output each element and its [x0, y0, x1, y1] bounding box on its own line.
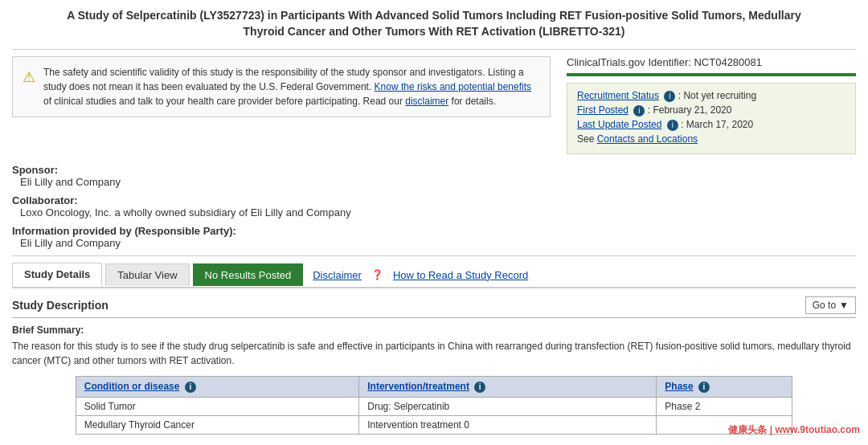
goto-label: Go to — [813, 300, 836, 311]
condition-cell-0: Solid Tumor — [76, 398, 358, 416]
chevron-down-icon: ▼ — [839, 300, 849, 311]
phase-cell-0: Phase 2 — [657, 398, 792, 416]
intervention-header: Intervention/treatment i — [359, 377, 657, 398]
intervention-info-icon[interactable]: i — [474, 382, 485, 393]
recruitment-status-link[interactable]: Recruitment Status — [577, 90, 659, 101]
phase-header: Phase i — [657, 377, 792, 398]
intervention-cell-1: Intervention treatment 0 — [359, 416, 657, 435]
table-row: Medullary Thyroid Cancer Intervention tr… — [76, 416, 792, 435]
identifier-title: ClinicalTrials.gov Identifier: NCT042800… — [567, 56, 856, 68]
tab-how-to-read[interactable]: How to Read a Study Record — [387, 264, 534, 286]
collaborator-value: Loxo Oncology, Inc. a wholly owned subsi… — [20, 206, 856, 218]
tab-tabular-view[interactable]: Tabular View — [105, 263, 189, 286]
warning-icon: ⚠ — [23, 67, 35, 88]
first-posted-link[interactable]: First Posted — [577, 104, 628, 116]
sponsor-section: Sponsor: Eli Lilly and Company — [12, 164, 856, 188]
warning-box: ⚠ The safety and scientific validity of … — [12, 56, 551, 117]
phase-header-link[interactable]: Phase — [665, 381, 693, 392]
status-box: Recruitment Status i : Not yet recruitin… — [567, 83, 856, 154]
tab-study-details[interactable]: Study Details — [12, 263, 102, 287]
contacts-row: See Contacts and Locations — [577, 133, 845, 145]
first-posted-row: First Posted i : February 21, 2020 — [577, 104, 845, 116]
tab-no-results[interactable]: No Results Posted — [193, 263, 304, 286]
section-title: Study Description — [12, 299, 108, 312]
tabs-row: Study Details Tabular View No Results Po… — [12, 263, 856, 288]
condition-table: Condition or disease i Intervention/trea… — [76, 376, 793, 435]
sponsor-value: Eli Lilly and Company — [20, 176, 856, 188]
brief-summary-text: The reason for this study is to see if t… — [12, 339, 856, 368]
responsible-party-label: Information provided by (Responsible Par… — [12, 225, 856, 237]
disclaimer-link[interactable]: disclaimer — [405, 96, 448, 107]
watermark: 健康头条 | www.9toutiao.com — [728, 423, 860, 437]
condition-header-link[interactable]: Condition or disease — [84, 381, 180, 392]
table-row: Solid Tumor Drug: Selpercatinib Phase 2 — [76, 398, 792, 416]
sponsor-label: Sponsor: — [12, 164, 856, 176]
condition-header: Condition or disease i — [76, 377, 358, 398]
goto-button[interactable]: Go to ▼ — [805, 296, 856, 314]
condition-cell-1: Medullary Thyroid Cancer — [76, 416, 358, 435]
study-title: A Study of Selpercatinib (LY3527723) in … — [12, 8, 856, 39]
tab-disclaimer[interactable]: Disclaimer — [306, 264, 368, 286]
intervention-cell-0: Drug: Selpercatinib — [359, 398, 657, 416]
collaborator-section: Collaborator: Loxo Oncology, Inc. a whol… — [12, 194, 856, 218]
phase-info-icon[interactable]: i — [698, 382, 710, 393]
tab-separator: ❓ — [371, 269, 383, 280]
collaborator-label: Collaborator: — [12, 194, 856, 206]
warning-text: The safety and scientific validity of th… — [43, 65, 540, 108]
last-update-info-icon[interactable]: i — [667, 120, 678, 131]
risks-link[interactable]: Know the risks and potential benefits — [375, 81, 531, 92]
identifier-box: ClinicalTrials.gov Identifier: NCT042800… — [567, 56, 856, 154]
recruitment-info-icon[interactable]: i — [664, 91, 675, 102]
contacts-link[interactable]: Contacts and Locations — [597, 133, 698, 145]
responsible-party-value: Eli Lilly and Company — [20, 237, 856, 249]
brief-summary-label: Brief Summary: — [12, 325, 856, 336]
last-update-row: Last Update Posted i : March 17, 2020 — [577, 119, 845, 131]
condition-info-icon[interactable]: i — [185, 382, 196, 393]
green-bar — [567, 73, 856, 76]
first-posted-info-icon[interactable]: i — [633, 105, 645, 116]
study-description-header: Study Description Go to ▼ — [12, 296, 856, 318]
responsible-party-section: Information provided by (Responsible Par… — [12, 225, 856, 249]
intervention-header-link[interactable]: Intervention/treatment — [367, 381, 469, 392]
recruitment-status-row: Recruitment Status i : Not yet recruitin… — [577, 90, 845, 102]
last-update-link[interactable]: Last Update Posted — [577, 119, 661, 130]
